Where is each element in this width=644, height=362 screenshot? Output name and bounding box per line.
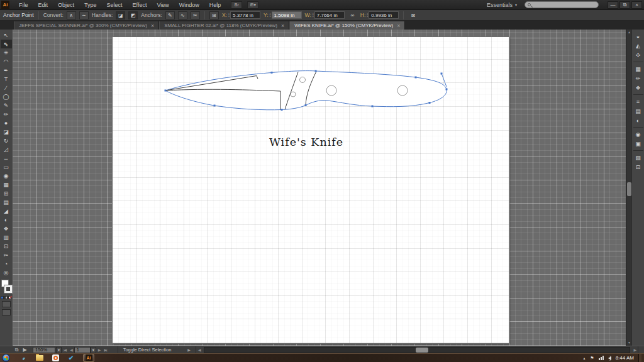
reference-point-icon[interactable]: ⊞ bbox=[209, 11, 219, 19]
direct-selection-tool[interactable]: ⇖ bbox=[1, 40, 12, 48]
drawing-mode-button[interactable] bbox=[2, 301, 11, 307]
previous-artboard-button[interactable]: ◀ bbox=[68, 348, 74, 352]
gradient-button[interactable] bbox=[4, 296, 8, 299]
eyedropper-tool[interactable]: ◢ bbox=[1, 207, 12, 216]
menu-item[interactable]: File bbox=[14, 2, 33, 8]
shape-builder-tool[interactable]: ◉ bbox=[1, 172, 12, 180]
color-button[interactable] bbox=[1, 296, 4, 299]
paintbrush-tool[interactable]: ✎ bbox=[1, 101, 12, 110]
stroke-panel-icon[interactable]: ≡ bbox=[633, 97, 643, 106]
y-stepper[interactable]: ▴▾ bbox=[270, 13, 271, 18]
vertical-scroll-thumb[interactable] bbox=[627, 182, 631, 196]
horizontal-scrollbar[interactable] bbox=[204, 347, 631, 353]
artboard-number-input[interactable]: 1 bbox=[74, 347, 91, 353]
y-input[interactable]: 1.5098 in bbox=[272, 11, 302, 19]
volume-icon[interactable] bbox=[608, 356, 611, 360]
hide-handles-button[interactable]: ◩ bbox=[128, 11, 138, 19]
restore-button[interactable]: ⧉ bbox=[619, 1, 630, 9]
file-explorer-icon[interactable] bbox=[36, 354, 43, 362]
scroll-left-icon[interactable]: ◀ bbox=[196, 348, 203, 352]
start-button[interactable] bbox=[2, 354, 10, 362]
vertical-scrollbar[interactable]: ▲ ▼ bbox=[626, 30, 631, 346]
stroke-color-swatch[interactable] bbox=[4, 285, 12, 293]
color-panel-icon[interactable]: ◒ bbox=[633, 31, 643, 41]
cut-path-button[interactable]: ✂ bbox=[191, 11, 200, 19]
zoom-level-input[interactable]: 150% bbox=[33, 347, 55, 353]
symbol-sprayer-tool[interactable]: ❖ bbox=[1, 224, 12, 233]
swatches-panel-icon[interactable]: ▦ bbox=[633, 64, 643, 74]
h-input[interactable]: 0.9936 in bbox=[369, 11, 399, 19]
appearance-panel-icon[interactable]: ◉ bbox=[633, 129, 643, 139]
selection-tool[interactable]: ↖ bbox=[1, 31, 12, 40]
last-artboard-button[interactable]: ▶| bbox=[102, 348, 108, 352]
menu-item[interactable]: View bbox=[152, 2, 174, 8]
blob-brush-tool[interactable]: ● bbox=[1, 119, 12, 128]
rotate-tool[interactable]: ↻ bbox=[1, 136, 12, 145]
slice-tool[interactable]: ✂ bbox=[1, 251, 12, 260]
eraser-tool[interactable]: ◪ bbox=[1, 128, 12, 136]
column-graph-tool[interactable]: ▥ bbox=[1, 233, 12, 242]
illustrator-taskbar-button[interactable]: Ai bbox=[83, 354, 94, 362]
pencil-tool[interactable]: ✏ bbox=[1, 110, 12, 119]
color-guide-panel-icon[interactable]: ◭ bbox=[633, 41, 643, 50]
minimize-button[interactable]: — bbox=[608, 1, 618, 9]
kuler-panel-icon[interactable]: ✣ bbox=[633, 50, 643, 62]
menu-item[interactable]: Effect bbox=[128, 2, 152, 8]
canvas-area[interactable]: Wife's Knife bbox=[13, 30, 626, 346]
convert-to-corner-button[interactable]: ∧ bbox=[67, 11, 76, 19]
w-stepper[interactable]: ▴▾ bbox=[313, 13, 314, 18]
zoom-dropdown-icon[interactable]: ▾ bbox=[56, 347, 62, 353]
search-input[interactable] bbox=[531, 2, 596, 8]
artboard-dropdown-icon[interactable]: ▾ bbox=[91, 347, 96, 353]
close-button[interactable]: × bbox=[631, 1, 642, 9]
isolate-selected-object-icon[interactable]: ⊠ bbox=[408, 11, 418, 19]
show-desktop-button[interactable] bbox=[638, 354, 641, 362]
convert-to-smooth-button[interactable]: ∼ bbox=[79, 11, 89, 19]
link-width-height-icon[interactable]: ∞ bbox=[348, 11, 357, 19]
bridge-icon[interactable]: Br bbox=[231, 1, 242, 9]
tab-close-icon[interactable]: × bbox=[151, 23, 154, 29]
checkmark-app-icon[interactable]: ✔ bbox=[67, 354, 75, 362]
connect-anchors-button[interactable]: ∿ bbox=[178, 11, 187, 19]
first-artboard-button[interactable]: |◀ bbox=[62, 348, 68, 352]
share-icon[interactable]: ▶ bbox=[21, 347, 29, 353]
pen-tool[interactable]: ✒ bbox=[1, 66, 12, 75]
show-handles-button[interactable]: ◪ bbox=[116, 11, 125, 19]
scroll-right-icon[interactable]: ▶ bbox=[631, 348, 638, 352]
menu-item[interactable]: Window bbox=[174, 2, 204, 8]
horizontal-scroll-thumb[interactable] bbox=[416, 348, 428, 353]
document-tab[interactable]: WIFES KNIFE.ai* @ 150% (CMYK/Preview) × bbox=[289, 21, 405, 30]
magic-wand-tool[interactable]: ✳ bbox=[1, 48, 12, 57]
menu-item[interactable]: Edit bbox=[33, 2, 53, 8]
hand-tool[interactable]: ◔ bbox=[1, 260, 12, 268]
workspace-switcher[interactable]: Essentials ▾ bbox=[487, 2, 517, 8]
hint-next-icon[interactable]: ▶ bbox=[187, 348, 191, 352]
fill-stroke-swatches[interactable] bbox=[1, 280, 12, 295]
remove-anchors-button[interactable]: ✎ bbox=[165, 11, 175, 19]
layers-panel-icon[interactable]: ▧ bbox=[633, 153, 643, 162]
tab-close-icon[interactable]: × bbox=[281, 23, 284, 29]
next-artboard-button[interactable]: ▶ bbox=[96, 348, 103, 352]
document-tab[interactable]: SMALL FIGHTER 02.ai* @ 118% (CMYK/Previe… bbox=[159, 21, 289, 30]
x-input[interactable]: 5.3778 in bbox=[230, 11, 260, 19]
orange-app-icon[interactable] bbox=[52, 354, 59, 362]
mesh-tool[interactable]: ⊞ bbox=[1, 189, 12, 198]
tab-close-icon[interactable]: × bbox=[397, 23, 400, 29]
transparency-panel-icon[interactable]: ◐ bbox=[633, 116, 643, 128]
action-center-flag-icon[interactable]: ⚑ bbox=[590, 356, 594, 361]
internet-explorer-icon[interactable]: e bbox=[20, 354, 28, 362]
zoom-tool[interactable]: ◎ bbox=[1, 268, 12, 277]
x-stepper[interactable]: ▴▾ bbox=[228, 13, 230, 18]
free-transform-tool[interactable]: ▭ bbox=[1, 163, 12, 172]
gradient-panel-icon[interactable]: ▤ bbox=[633, 106, 643, 116]
perspective-grid-tool[interactable]: ▦ bbox=[1, 180, 12, 189]
line-segment-tool[interactable]: ∕ bbox=[1, 84, 12, 92]
screen-mode-button[interactable] bbox=[2, 309, 11, 315]
width-tool[interactable]: ↔ bbox=[1, 154, 12, 163]
artboard[interactable] bbox=[112, 36, 509, 344]
network-signal-icon[interactable] bbox=[599, 356, 604, 360]
scale-tool[interactable]: ◿ bbox=[1, 145, 12, 154]
menu-item[interactable]: Select bbox=[102, 2, 128, 8]
artboards-panel-icon[interactable]: ⊡ bbox=[633, 162, 643, 172]
w-input[interactable]: 7.7664 in bbox=[314, 11, 345, 19]
